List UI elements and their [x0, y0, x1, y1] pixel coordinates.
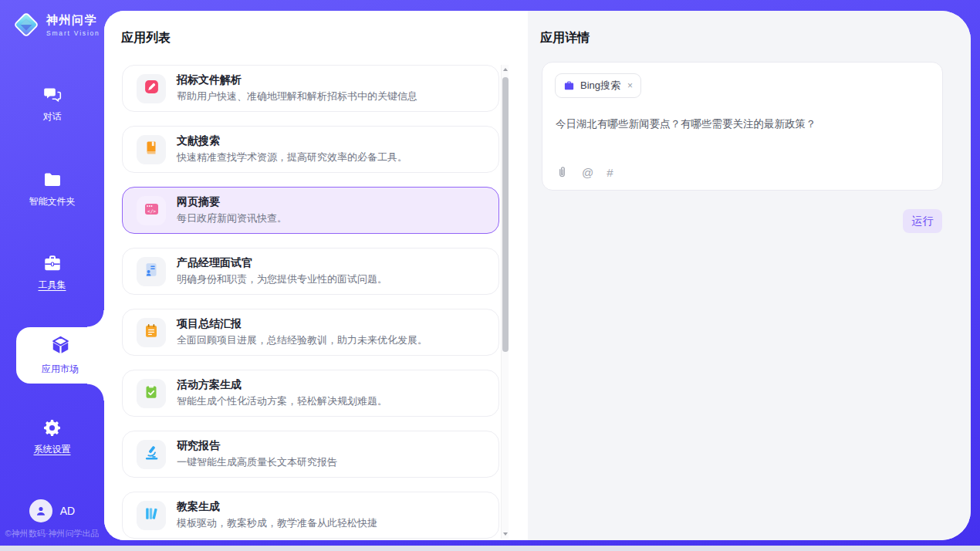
sidebar-item-label: 应用市场: [42, 363, 79, 376]
app-card-desc: 全面回顾项目进展，总结经验教训，助力未来优化发展。: [177, 333, 427, 347]
app-card-title: 项目总结汇报: [177, 317, 427, 331]
run-button[interactable]: 运行: [903, 209, 942, 233]
app-card-2[interactable]: 文献搜索 快速精准查找学术资源，提高研究效率的必备工具。: [122, 126, 499, 173]
app-card-6[interactable]: 活动方案生成 智能生成个性化活动方案，轻松解决规划难题。: [122, 370, 499, 417]
query-text[interactable]: 今日湖北有哪些新闻要点？有哪些需要关注的最新政策？: [556, 117, 931, 132]
briefcase-icon: [563, 80, 575, 91]
app-icon-box: [137, 379, 166, 408]
diamond-logo-icon: [12, 10, 41, 39]
app-icon-box: [137, 135, 166, 164]
sidebar-item-label: 智能文件夹: [29, 195, 76, 208]
brand-name: 神州问学: [46, 13, 100, 28]
edit-square-icon: [144, 79, 160, 98]
app-icon-box: </>: [137, 196, 166, 225]
sidebar-footer: ©神州数码·神州问学出品: [0, 528, 104, 539]
sidebar-item-smart-folder[interactable]: 智能文件夹: [0, 170, 104, 208]
clipboard-check-icon: [144, 384, 159, 403]
sidebar: 神州问学 Smart Vision 对话 智能文件夹: [0, 0, 104, 546]
brand-logo: 神州问学 Smart Vision: [12, 10, 100, 39]
app-list-panel: 应用列表 招标文件解析 帮助用户快速、准确地理解和解析招标书中的关键信息 文献搜…: [104, 11, 528, 540]
app-card-desc: 智能生成个性化活动方案，轻松解决规划难题。: [177, 394, 387, 408]
svg-text:</>: </>: [147, 208, 155, 213]
hash-icon[interactable]: #: [607, 166, 613, 179]
sidebar-item-toolset[interactable]: 工具集: [0, 253, 104, 292]
sidebar-item-label: 系统设置: [34, 443, 71, 456]
sidebar-item-chat[interactable]: 对话: [0, 85, 104, 123]
app-card-desc: 快速精准查找学术资源，提高研究效率的必备工具。: [177, 150, 407, 164]
app-card-title: 研究报告: [177, 439, 337, 453]
app-card-desc: 明确身份和职责，为您提供专业性的面试问题。: [177, 272, 387, 286]
app-card-title: 文献搜索: [177, 134, 407, 148]
notepad-icon: [144, 323, 159, 342]
person-icon: [34, 504, 48, 518]
app-card-7[interactable]: 研究报告 一键智能生成高质量长文本研究报告: [122, 431, 499, 478]
app-card-text: 招标文件解析 帮助用户快速、准确地理解和解析招标书中的关键信息: [177, 73, 417, 103]
scrollbar[interactable]: [501, 65, 509, 539]
app-icon-box: [137, 440, 166, 469]
app-card-title: 产品经理面试官: [177, 256, 387, 270]
app-card-desc: 帮助用户快速、准确地理解和解析招标书中的关键信息: [177, 90, 417, 103]
app-card-desc: 每日政府新闻资讯快查。: [177, 211, 287, 225]
sidebar-item-label: 对话: [43, 110, 62, 123]
user-name: AD: [60, 505, 75, 517]
app-card-text: 活动方案生成 智能生成个性化活动方案，轻松解决规划难题。: [177, 378, 387, 408]
app-card-title: 教案生成: [177, 500, 377, 514]
app-card-list: 招标文件解析 帮助用户快速、准确地理解和解析招标书中的关键信息 文献搜索 快速精…: [122, 65, 499, 540]
book-icon: [144, 140, 159, 159]
app-icon-box: [137, 257, 166, 286]
app-card-title: 网页摘要: [177, 195, 287, 209]
composer-toolbar: @ #: [556, 165, 613, 179]
scroll-down-arrow-icon[interactable]: [502, 529, 509, 539]
browser-code-icon: </>: [144, 201, 160, 220]
app-icon-box: [137, 74, 166, 103]
app-card-title: 招标文件解析: [177, 73, 417, 87]
chat-icon: [42, 85, 63, 105]
toolbox-icon: [42, 253, 63, 273]
app-card-3[interactable]: </> 网页摘要 每日政府新闻资讯快查。: [122, 187, 499, 234]
app-list-title: 应用列表: [121, 30, 171, 46]
tool-tag-bing-search[interactable]: Bing搜索 ×: [555, 73, 641, 98]
tool-tag-label: Bing搜索: [580, 79, 620, 93]
brand-subtitle: Smart Vision: [46, 29, 100, 37]
app-card-1[interactable]: 招标文件解析 帮助用户快速、准确地理解和解析招标书中的关键信息: [122, 65, 499, 112]
app-detail-panel: 应用详情 Bing搜索 × 今日湖北有哪些新闻要点？有哪些需要关注的最新政策？: [528, 11, 971, 540]
avatar: [29, 499, 52, 522]
user-account[interactable]: AD: [0, 499, 104, 522]
query-composer[interactable]: Bing搜索 × 今日湖北有哪些新闻要点？有哪些需要关注的最新政策？ @ #: [542, 62, 943, 191]
app-card-text: 文献搜索 快速精准查找学术资源，提高研究效率的必备工具。: [177, 134, 407, 164]
folder-icon: [42, 170, 63, 190]
app-shell: 神州问学 Smart Vision 对话 智能文件夹: [0, 0, 980, 546]
app-card-text: 网页摘要 每日政府新闻资讯快查。: [177, 195, 287, 225]
sidebar-item-app-market[interactable]: 应用市场: [16, 327, 104, 384]
app-card-text: 产品经理面试官 明确身份和职责，为您提供专业性的面试问题。: [177, 256, 387, 286]
app-card-4[interactable]: 产品经理面试官 明确身份和职责，为您提供专业性的面试问题。: [122, 248, 499, 295]
app-card-text: 教案生成 模板驱动，教案秒成，教学准备从此轻松快捷: [177, 500, 377, 530]
scroll-up-arrow-icon[interactable]: [502, 65, 509, 74]
attachment-paperclip-icon[interactable]: [556, 165, 569, 179]
app-card-title: 活动方案生成: [177, 378, 387, 392]
app-icon-box: [137, 318, 166, 347]
interviewer-icon: [144, 262, 159, 281]
app-detail-title: 应用详情: [540, 30, 590, 46]
app-card-5[interactable]: 项目总结汇报 全面回顾项目进展，总结经验教训，助力未来优化发展。: [122, 309, 499, 356]
gear-icon: [42, 417, 62, 438]
mention-at-icon[interactable]: @: [582, 166, 593, 179]
app-card-8[interactable]: 教案生成 模板驱动，教案秒成，教学准备从此轻松快捷: [122, 492, 499, 539]
app-card-desc: 模板驱动，教案秒成，教学准备从此轻松快捷: [177, 516, 377, 530]
books-icon: [144, 505, 159, 525]
app-card-text: 研究报告 一键智能生成高质量长文本研究报告: [177, 439, 337, 469]
app-icon-box: [137, 501, 166, 530]
sidebar-item-label: 工具集: [39, 279, 66, 292]
cube-icon: [50, 335, 71, 358]
close-icon[interactable]: ×: [627, 80, 633, 91]
microscope-icon: [144, 445, 160, 464]
scrollbar-thumb[interactable]: [502, 77, 509, 352]
app-card-desc: 一键智能生成高质量长文本研究报告: [177, 455, 337, 469]
sidebar-item-settings[interactable]: 系统设置: [0, 417, 104, 456]
main-panel: 应用列表 招标文件解析 帮助用户快速、准确地理解和解析招标书中的关键信息 文献搜…: [104, 11, 971, 540]
app-card-text: 项目总结汇报 全面回顾项目进展，总结经验教训，助力未来优化发展。: [177, 317, 427, 347]
